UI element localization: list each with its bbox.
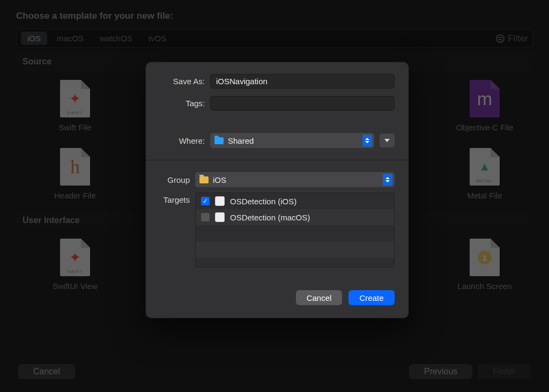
create-button[interactable]: Create	[348, 290, 395, 305]
chooser-previous-button[interactable]: Previous	[409, 364, 472, 379]
objc-file-icon: m	[470, 80, 500, 117]
swiftui-view-icon: ✦SWIFT	[60, 239, 90, 276]
filter-field[interactable]: Filter	[496, 33, 528, 44]
template-swift-file[interactable]: ✦SWIFT Swift File	[38, 80, 113, 132]
where-select[interactable]: Shared	[210, 133, 374, 148]
swift-file-icon: ✦SWIFT	[60, 80, 90, 117]
filter-icon	[496, 34, 505, 43]
target-checkbox[interactable]: ✓	[201, 197, 210, 205]
app-icon	[215, 196, 225, 206]
targets-row: Targets ✓ OSDetection (iOS) OSDetection …	[160, 193, 395, 268]
chevron-down-icon	[384, 139, 390, 142]
save-as-row: Save As:	[160, 74, 395, 88]
target-name: OSDetection (iOS)	[230, 197, 296, 206]
targets-label: Targets	[160, 193, 190, 204]
template-label: SwiftUI View	[53, 282, 98, 291]
target-checkbox[interactable]	[201, 213, 210, 221]
where-label: Where:	[160, 136, 205, 145]
save-sheet: Save As: Tags: Where: Shared Group	[146, 62, 409, 318]
chooser-footer: Cancel Previous Finish	[16, 354, 533, 392]
template-label: Swift File	[59, 123, 92, 132]
group-value: iOS	[213, 175, 379, 184]
chooser-cancel-button[interactable]: Cancel	[18, 364, 75, 379]
folder-icon	[214, 137, 224, 144]
platform-tab-watchos[interactable]: watchOS	[93, 32, 139, 45]
targets-list: ✓ OSDetection (iOS) OSDetection (macOS)	[195, 193, 395, 268]
stepper-icon	[383, 174, 392, 186]
target-row-empty	[196, 225, 394, 241]
target-row[interactable]: ✓ OSDetection (iOS)	[196, 193, 394, 209]
group-label: Group	[160, 175, 190, 184]
template-objc-file[interactable]: m Objective-C File	[447, 80, 522, 132]
template-launch-screen[interactable]: 1 Launch Screen	[447, 239, 522, 291]
target-row-empty	[196, 241, 394, 257]
sheet-button-row: Cancel Create	[146, 273, 409, 318]
template-label: Metal File	[467, 191, 502, 200]
save-as-label: Save As:	[160, 77, 205, 86]
folder-icon	[199, 176, 209, 183]
chooser-title: Choose a template for your new file:	[16, 11, 533, 21]
where-row: Where: Shared	[160, 133, 395, 148]
platform-filter-bar: iOS macOS watchOS tvOS Filter	[16, 29, 533, 48]
chooser-finish-button: Finish	[478, 364, 531, 379]
platform-tab-tvos[interactable]: tvOS	[142, 32, 173, 45]
group-select[interactable]: iOS	[195, 172, 395, 187]
platform-tab-ios[interactable]: iOS	[21, 32, 47, 45]
template-label: Header File	[54, 191, 96, 200]
target-row-empty	[196, 257, 394, 268]
template-label: Launch Screen	[458, 282, 512, 291]
platform-tabs: iOS macOS watchOS tvOS	[21, 32, 173, 45]
metal-file-icon: ▲METAL	[470, 148, 500, 186]
launch-screen-icon: 1	[470, 239, 500, 276]
expand-browser-button[interactable]	[380, 134, 395, 147]
template-swiftui-view[interactable]: ✦SWIFT SwiftUI View	[38, 239, 113, 291]
tags-row: Tags:	[160, 96, 395, 110]
platform-tab-macos[interactable]: macOS	[50, 32, 90, 45]
where-value: Shared	[228, 136, 358, 145]
app-icon	[215, 212, 225, 222]
template-metal-file[interactable]: ▲METAL Metal File	[447, 148, 522, 200]
template-header-file[interactable]: h Header File	[38, 148, 113, 200]
target-name: OSDetection (macOS)	[230, 213, 310, 222]
stepper-icon	[362, 135, 372, 146]
save-as-input[interactable]	[210, 74, 395, 88]
template-label: Objective-C File	[456, 123, 514, 132]
group-row: Group iOS	[160, 172, 395, 187]
target-row[interactable]: OSDetection (macOS)	[196, 209, 394, 225]
header-file-icon: h	[60, 148, 90, 186]
cancel-button[interactable]: Cancel	[296, 290, 342, 305]
filter-placeholder: Filter	[508, 33, 528, 44]
tags-input[interactable]	[210, 96, 395, 110]
tags-label: Tags:	[160, 99, 205, 108]
